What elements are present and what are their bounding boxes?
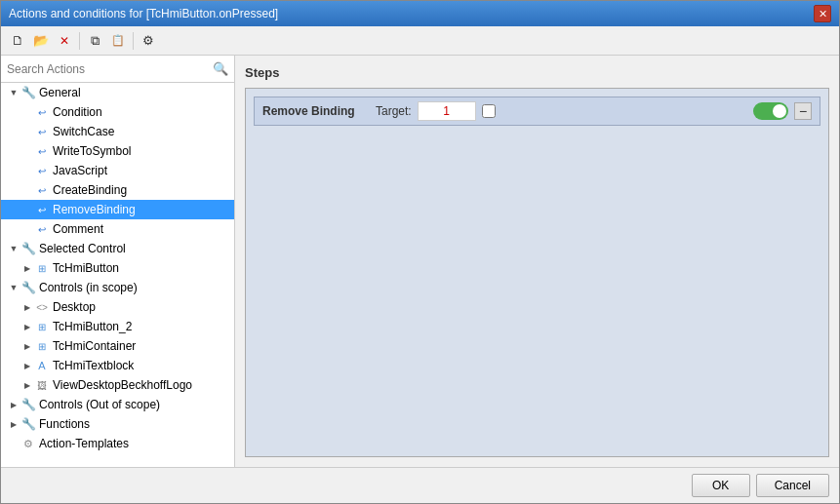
delete-icon: ✕ [60, 34, 69, 48]
tree-label-comment: Comment [53, 222, 103, 236]
toggle-knob [773, 104, 786, 118]
tree-item-tchmitextblock[interactable]: ▶ A TcHmiTextblock [1, 356, 234, 375]
toolbar-settings-button[interactable]: ⚙ [138, 30, 159, 52]
tree-label-creatbinding: CreateBinding [53, 183, 127, 197]
search-box: 🔍 [1, 56, 234, 83]
main-area: 🔍 ▼ 🔧 General ↩ Condition [1, 56, 839, 467]
tree-label-tchmibutton2: TcHmiButton_2 [53, 320, 132, 333]
right-panel: Steps Remove Binding Target: − [235, 56, 839, 467]
toggle-switch[interactable] [753, 102, 788, 120]
expand-icon-writetosymbol [20, 144, 34, 158]
tree-item-removebinding[interactable]: ↩ RemoveBinding [1, 200, 234, 219]
tree-item-comment[interactable]: ↩ Comment [1, 219, 234, 239]
blue-arrow-icon-javascript: ↩ [34, 163, 50, 178]
tree-item-writetosymbol[interactable]: ↩ WriteToSymbol [1, 141, 234, 161]
tree-label-javascript: JavaScript [53, 164, 107, 177]
expand-icon-selected-control: ▼ [7, 242, 20, 255]
gear-icon-action-templates: ⚙ [20, 436, 36, 451]
new-icon: 🗋 [12, 33, 24, 48]
tree-label-switchcase: SwitchCase [53, 125, 114, 138]
expand-icon-controls-in-scope: ▼ [7, 281, 20, 294]
tree-item-general[interactable]: ▼ 🔧 General [1, 83, 234, 102]
tree-item-tchmibutton[interactable]: ▶ ⊞ TcHmiButton [1, 258, 234, 278]
dialog-title: Actions and conditions for [TcHmiButton.… [9, 7, 278, 20]
tree-item-functions[interactable]: ▶ 🔧 Functions [1, 414, 234, 434]
step-checkbox[interactable] [482, 104, 496, 118]
expand-icon-general: ▼ [7, 86, 20, 99]
toolbar-sep-2 [133, 32, 134, 50]
expand-icon-tchmitextblock: ▶ [20, 359, 34, 372]
tree-item-selected-control[interactable]: ▼ 🔧 Selected Control [1, 239, 234, 258]
tree-label-condition: Condition [53, 105, 102, 119]
toolbar-paste-button[interactable]: 📋 [107, 30, 129, 52]
tree-label-controls-in-scope: Controls (in scope) [39, 281, 138, 294]
dialog: Actions and conditions for [TcHmiButton.… [0, 0, 840, 504]
steps-header: Steps [245, 65, 829, 80]
tree-item-javascript[interactable]: ↩ JavaScript [1, 161, 234, 180]
steps-area: Remove Binding Target: − [245, 88, 829, 457]
tree-label-desktop: Desktop [53, 300, 96, 314]
tree-item-action-templates[interactable]: ⚙ Action-Templates [1, 434, 234, 453]
step-minus-button[interactable]: − [794, 102, 812, 120]
tree-item-creatbinding[interactable]: ↩ CreateBinding [1, 180, 234, 200]
open-icon: 📂 [33, 33, 49, 48]
tree-label-functions: Functions [39, 417, 90, 431]
tree-item-condition[interactable]: ↩ Condition [1, 102, 234, 122]
search-input[interactable] [7, 62, 213, 76]
step-target-label: Target: [376, 104, 412, 118]
search-icon: 🔍 [213, 61, 228, 76]
blue-arrow-icon-comment: ↩ [34, 221, 50, 237]
expand-icon-javascript [20, 164, 34, 177]
toolbar-copy-button[interactable]: ⧉ [84, 30, 105, 52]
tree-label-general: General [39, 86, 81, 99]
tree-label-removebinding: RemoveBinding [53, 203, 136, 216]
tree-item-controls-out-scope[interactable]: ▶ 🔧 Controls (Out of scope) [1, 395, 234, 414]
text-icon-tchmitextblock: A [34, 358, 50, 373]
tree-label-tchmitextblock: TcHmiTextblock [53, 359, 134, 372]
expand-icon-comment [20, 222, 34, 236]
step-row: Remove Binding Target: − [254, 97, 820, 126]
tree-item-desktop[interactable]: ▶ <> Desktop [1, 297, 234, 317]
tree-item-switchcase[interactable]: ↩ SwitchCase [1, 122, 234, 141]
cancel-button[interactable]: Cancel [756, 474, 829, 497]
toolbar-delete-button[interactable]: ✕ [54, 30, 75, 52]
expand-icon-tchmibutton2: ▶ [20, 320, 34, 333]
expand-icon-removebinding [20, 203, 34, 216]
tree-label-tchmicontainer: TcHmiContainer [53, 339, 136, 353]
desktop-icon: <> [34, 299, 50, 315]
tree-label-viewdesktopbeckhofflogo: ViewDesktopBeckhoffLogo [53, 378, 192, 392]
expand-icon-tchmicontainer: ▶ [20, 339, 34, 353]
control-icon-tchmibutton2: ⊞ [34, 319, 50, 334]
step-target-input[interactable] [418, 101, 476, 121]
close-button[interactable]: ✕ [814, 5, 831, 22]
tree-item-viewdesktopbeckhofflogo[interactable]: ▶ 🖼 ViewDesktopBeckhoffLogo [1, 375, 234, 395]
blue-arrow-icon-writetosymbol: ↩ [34, 143, 50, 159]
settings-icon: ⚙ [142, 33, 154, 48]
control-icon-tchmicontainer: ⊞ [34, 338, 50, 354]
tree-label-action-templates: Action-Templates [39, 437, 129, 450]
tree-item-tchmicontainer[interactable]: ▶ ⊞ TcHmiContainer [1, 336, 234, 356]
expand-icon-desktop: ▶ [20, 300, 34, 314]
toolbar-new-button[interactable]: 🗋 [7, 30, 28, 52]
expand-icon-controls-out-scope: ▶ [7, 398, 20, 411]
tree-label-selected-control: Selected Control [39, 242, 126, 255]
tree-item-controls-in-scope[interactable]: ▼ 🔧 Controls (in scope) [1, 278, 234, 297]
footer: OK Cancel [1, 467, 839, 503]
expand-icon-condition [20, 105, 34, 119]
ok-button[interactable]: OK [692, 474, 750, 497]
tree-container[interactable]: ▼ 🔧 General ↩ Condition ↩ SwitchCase [1, 83, 234, 467]
wrench-icon-general: 🔧 [20, 85, 36, 100]
control-icon-tchmibutton: ⊞ [34, 260, 50, 276]
expand-icon-functions: ▶ [7, 417, 20, 431]
image-icon-viewdesktopbeckhofflogo: 🖼 [34, 377, 50, 393]
copy-icon: ⧉ [91, 33, 100, 49]
toolbar-open-button[interactable]: 📂 [30, 30, 52, 52]
expand-icon-action-templates [7, 437, 20, 450]
tree-label-controls-out-scope: Controls (Out of scope) [39, 398, 160, 411]
wrench-icon-controls-in-scope: 🔧 [20, 280, 36, 295]
expand-icon-switchcase [20, 125, 34, 138]
toolbar-sep-1 [79, 32, 80, 50]
blue-arrow-icon-condition: ↩ [34, 104, 50, 120]
paste-icon: 📋 [111, 34, 125, 47]
tree-item-tchmibutton2[interactable]: ▶ ⊞ TcHmiButton_2 [1, 317, 234, 336]
